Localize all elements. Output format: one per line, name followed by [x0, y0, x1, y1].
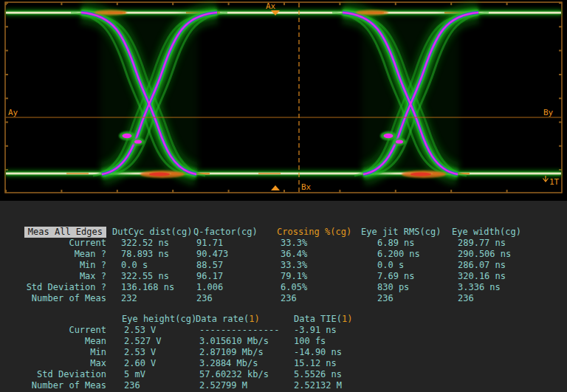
table-cell: 289.77 ns: [452, 238, 563, 249]
table-cell: 232: [112, 293, 193, 304]
row-label: Std Deviation ?: [0, 282, 112, 293]
table-cell: 3.336 ns: [452, 282, 563, 293]
table-row: Std Deviation ?136.168 ns1.0066.05%830 p…: [0, 282, 567, 293]
eye-diagram-svg: Ax Bx Ay By 1T: [0, 0, 567, 201]
table-cell: 290.506 ns: [452, 249, 563, 260]
table-cell: 3.2884 Mb/s: [196, 358, 294, 369]
row-label: Current: [0, 238, 112, 249]
table-cell: 322.55 ns: [112, 271, 193, 282]
table-cell: 2.53 V: [122, 347, 196, 358]
table-row: Max ?322.55 ns96.1779.1%7.69 ns320.16 ns: [0, 271, 567, 282]
row-label: Current: [0, 325, 112, 336]
table-cell: 320.16 ns: [452, 271, 563, 282]
table-cell: 1.006: [193, 282, 277, 293]
table-cell: 0.0 s: [361, 260, 452, 271]
row-label: Max ?: [0, 271, 112, 282]
table-cell: 79.1%: [277, 271, 361, 282]
table-row: Min2.53 V2.87109 Mb/s-14.90 ns: [0, 347, 567, 358]
table-row: Mean2.527 V3.015610 Mb/s100 fs: [0, 336, 567, 347]
column-header: DutCyc dist(cg): [112, 227, 193, 238]
cursor-bx-label: Bx: [301, 182, 312, 192]
table-cell: 57.60232 kb/s: [196, 369, 294, 380]
edge-measurements-table: Meas All EdgesDutCyc dist(cg)Q-factor(cg…: [0, 227, 567, 304]
column-header: Data rate(1): [196, 314, 294, 325]
table-row: Max2.60 V3.2884 Mb/s15.12 ns: [0, 358, 567, 369]
table-row: Std Deviation5 mV57.60232 kb/s5.5526 ns: [0, 369, 567, 380]
table-cell: 6.89 ns: [361, 238, 452, 249]
table-cell: 6.05%: [277, 282, 361, 293]
table-cell: 2.53 V: [122, 325, 196, 336]
table-cell: 286.07 ns: [452, 260, 563, 271]
table-cell: 830 ps: [361, 282, 452, 293]
table-cell: 5.5526 ns: [294, 369, 405, 380]
meas-selector-chip[interactable]: Meas All Edges: [24, 227, 106, 238]
column-header: Eye height(cg): [122, 314, 196, 325]
cursor-ay-label: Ay: [8, 108, 18, 117]
table-row: Mean ?78.893 ns90.47336.4%6.200 ns290.50…: [0, 249, 567, 260]
row-label: Max: [0, 358, 112, 369]
table-cell: ---------------: [196, 325, 294, 336]
channel-number: 1): [249, 314, 259, 324]
table-cell: 136.168 ns: [112, 282, 193, 293]
table-cell: 100 fs: [294, 336, 405, 347]
table-cell: 236: [361, 293, 452, 304]
row-label: Number of Meas: [0, 293, 112, 304]
table-cell: 236: [452, 293, 563, 304]
row-label: Min ?: [0, 260, 112, 271]
table-cell: 91.71: [193, 238, 277, 249]
eye-measurements-table: Eye height(cg)Data rate(1)Data TIE(1)Cur…: [0, 314, 567, 391]
trigger-marker-label: 1T: [549, 177, 560, 187]
table-row: Number of Meas232236236236236: [0, 293, 567, 304]
table-cell: -14.90 ns: [294, 347, 405, 358]
table-cell: -3.91 ns: [294, 325, 405, 336]
table-cell: 36.4%: [277, 249, 361, 260]
table-cell: 2.87109 Mb/s: [196, 347, 294, 358]
column-header: Eye width(cg): [452, 227, 563, 238]
eye-diagram-display: Ax Bx Ay By 1T: [0, 0, 567, 201]
table-cell: 88.57: [193, 260, 277, 271]
table-header-row: Meas All EdgesDutCyc dist(cg)Q-factor(cg…: [0, 227, 567, 238]
table-cell: 3.015610 Mb/s: [196, 336, 294, 347]
column-header: Crossing %(cg): [277, 227, 361, 238]
table-row: Current322.52 ns91.7133.3%6.89 ns289.77 …: [0, 238, 567, 249]
oscilloscope-screen: Ax Bx Ay By 1T Meas All EdgesDutCyc dist…: [0, 0, 567, 392]
table-row: Min ?0.0 s88.5733.3%0.0 s286.07 ns: [0, 260, 567, 271]
row-label: Mean: [0, 336, 112, 347]
row-label: Number of Meas: [0, 380, 112, 391]
table-cell: 15.12 ns: [294, 358, 405, 369]
table-cell: 96.17: [193, 271, 277, 282]
channel-number: 1): [342, 314, 352, 324]
table-cell: 236: [122, 380, 196, 391]
cursor-ax-label: Ax: [266, 1, 276, 11]
column-header: Data TIE(1): [294, 314, 405, 325]
table-cell: 322.52 ns: [112, 238, 193, 249]
table-cell: 5 mV: [122, 369, 196, 380]
table-cell: 6.200 ns: [361, 249, 452, 260]
signal-rail-bottom: [6, 169, 561, 178]
header-label-cell: Meas All Edges: [0, 227, 112, 238]
table-cell: 0.0 s: [112, 260, 193, 271]
table-cell: 33.3%: [277, 260, 361, 271]
table-cell: 2.52799 M: [196, 380, 294, 391]
table-cell: 78.893 ns: [112, 249, 193, 260]
column-header: Q-factor(cg): [193, 227, 277, 238]
table-cell: 7.69 ns: [361, 271, 452, 282]
table-cell: 33.3%: [277, 238, 361, 249]
table-cell: 90.473: [193, 249, 277, 260]
cursor-by-label: By: [543, 108, 554, 117]
column-header: Eye jit RMS(cg): [361, 227, 452, 238]
table-row: Current2.53 V----------------3.91 ns: [0, 325, 567, 336]
row-label: Mean ?: [0, 249, 112, 260]
table-row: Number of Meas2362.52799 M2.52132 M: [0, 380, 567, 391]
table-cell: 236: [277, 293, 361, 304]
table-cell: 2.52132 M: [294, 380, 405, 391]
table-cell: 236: [193, 293, 277, 304]
row-label: Std Deviation: [0, 369, 112, 380]
table-cell: 2.527 V: [122, 336, 196, 347]
table-cell: 2.60 V: [122, 358, 196, 369]
measurement-panel: Meas All EdgesDutCyc dist(cg)Q-factor(cg…: [0, 227, 567, 391]
row-label: Min: [0, 347, 112, 358]
table-header-row: Eye height(cg)Data rate(1)Data TIE(1): [0, 314, 567, 325]
